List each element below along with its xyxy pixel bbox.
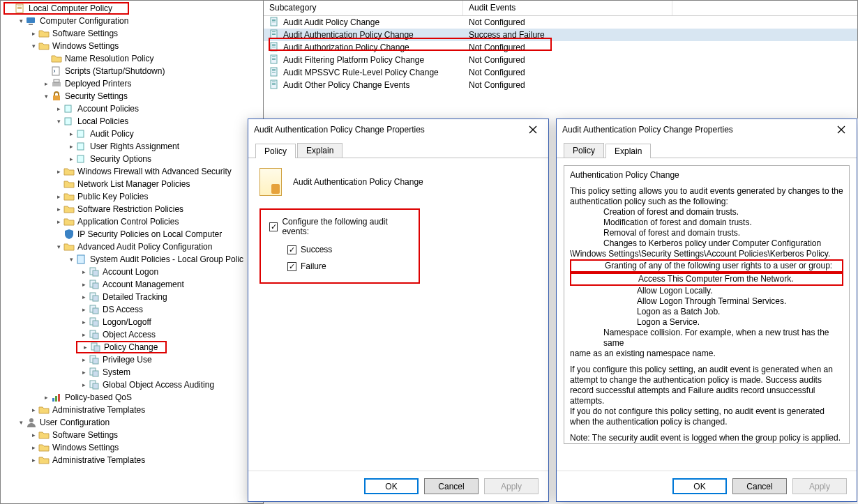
tree-item-account-policies[interactable]: ▸Account Policies [54, 102, 263, 115]
tree-toggle[interactable]: ▾ [16, 16, 26, 26]
explain-textbox[interactable]: Authentication Policy Change This policy… [564, 165, 850, 444]
list-row[interactable]: Audit MPSSVC Rule-Level Policy ChangeNot… [264, 66, 857, 79]
tree-item-sap[interactable]: ▾System Audit Policies - Local Group Pol… [66, 253, 263, 266]
checkbox-configure-events[interactable]: ✓ Configure the following audit events: [269, 217, 410, 236]
tree-toggle[interactable]: ▾ [29, 41, 38, 51]
tree-toggle[interactable]: ▸ [41, 392, 51, 402]
close-button[interactable] [523, 122, 543, 137]
tab-explain[interactable]: Explain [297, 143, 343, 158]
tree-item-software-settings[interactable]: ▸Software Settings [29, 27, 263, 40]
tree-toggle[interactable]: ▸ [29, 405, 38, 415]
tree-toggle[interactable]: ▾ [54, 116, 63, 126]
tree-toggle[interactable]: ▾ [41, 91, 51, 101]
list-row[interactable]: Audit Filtering Platform Policy ChangeNo… [264, 54, 857, 66]
tree-toggle[interactable]: ▸ [54, 192, 63, 201]
list-row[interactable]: Audit Authentication Policy ChangeSucces… [264, 29, 857, 41]
tree-toggle[interactable]: ▸ [79, 355, 89, 365]
cancel-button[interactable]: Cancel [424, 478, 479, 494]
tree-toggle[interactable]: ▸ [41, 79, 51, 89]
tree-item-windows-settings[interactable]: ▾Windows Settings [29, 40, 263, 52]
list-cell-value: Not Configured [469, 43, 525, 52]
tree-item-user-configuration[interactable]: ▾User Configuration [16, 416, 263, 429]
tree-toggle[interactable]: ▸ [29, 430, 38, 440]
list-row[interactable]: Audit Authorization Policy ChangeNot Con… [264, 41, 857, 54]
tree-toggle[interactable]: ▾ [16, 418, 26, 427]
tree-item-account-logon[interactable]: ▸Account Logon [79, 266, 263, 278]
tree-item-global-audit[interactable]: ▸Global Object Access Auditing [79, 379, 263, 391]
tree-item-scripts[interactable]: ▸Scripts (Startup/Shutdown) [41, 65, 263, 77]
dialog-title-bar[interactable]: Audit Authentication Policy Change Prope… [557, 119, 857, 140]
ok-button[interactable]: OK [364, 478, 419, 494]
cancel-button[interactable]: Cancel [732, 478, 787, 494]
tree-item-nlmp[interactable]: ▸Network List Manager Policies [54, 178, 263, 190]
tree-toggle[interactable]: ▸ [54, 167, 63, 176]
tree-item-account-mgmt[interactable]: ▸Account Management [79, 278, 263, 291]
list-row[interactable]: Audit Other Policy Change EventsNot Conf… [264, 79, 857, 91]
tree-item-object-access[interactable]: ▸Object Access [79, 328, 263, 341]
tree-item-system[interactable]: ▸System [79, 366, 263, 379]
tab-policy[interactable]: Policy [564, 143, 604, 158]
column-header-audit-events[interactable]: Audit Events [463, 1, 672, 15]
tree-toggle[interactable]: ▾ [54, 242, 63, 252]
tree-toggle[interactable]: ▸ [79, 292, 89, 302]
tree-item-local-computer-policy[interactable]: ▸ Local Computer Policy [3, 2, 129, 15]
tree-item-ipsec[interactable]: ▸IP Security Policies on Local Computer [54, 228, 263, 240]
tab-explain[interactable]: Explain [605, 144, 651, 158]
svg-rect-25 [93, 321, 98, 326]
tree-item-audit-policy[interactable]: ▸Audit Policy [66, 128, 263, 140]
tree-item-acp[interactable]: ▸Application Control Policies [54, 215, 263, 228]
tree-item-security-settings[interactable]: ▾Security Settings [41, 90, 263, 102]
tree-toggle[interactable]: ▸ [79, 305, 89, 314]
tree-toggle[interactable]: ▸ [80, 342, 90, 352]
tree-item-security-options[interactable]: ▸Security Options [66, 153, 263, 165]
tree-toggle[interactable]: ▸ [54, 217, 63, 227]
tree-toggle[interactable]: ▸ [79, 367, 89, 377]
tree-item-deployed-printers[interactable]: ▸Deployed Printers [41, 77, 263, 90]
tree-toggle[interactable]: ▸ [29, 455, 38, 465]
tree-toggle[interactable]: ▸ [79, 380, 89, 390]
checkbox-success[interactable]: ✓ Success [287, 245, 410, 254]
tree-item-qos[interactable]: ▸Policy-based QoS [41, 391, 263, 404]
tree-item-u-admin[interactable]: ▸Administrative Templates [29, 454, 263, 466]
tree-item-privilege-use[interactable]: ▸Privilege Use [79, 353, 263, 366]
explain-b5e: Logon a Service. [570, 317, 843, 328]
tree-item-u-windows[interactable]: ▸Windows Settings [29, 441, 263, 454]
list-cell-value: Not Configured [469, 68, 525, 77]
dialog-title-bar[interactable]: Audit Authentication Policy Change Prope… [248, 119, 548, 140]
tree-item-logon-logoff[interactable]: ▸Logon/Logoff [79, 316, 263, 328]
tree-item-computer-configuration[interactable]: ▾ Computer Configuration [16, 15, 263, 27]
tree-item-srp[interactable]: ▸Software Restriction Policies [54, 203, 263, 215]
tree-toggle[interactable]: ▸ [79, 280, 89, 289]
close-button[interactable] [831, 122, 851, 137]
tree-item-adv-audit[interactable]: ▾Advanced Audit Policy Configuration [54, 240, 263, 253]
checkbox-box-icon: ✓ [269, 222, 278, 231]
tree-toggle[interactable]: ▸ [66, 142, 76, 151]
tree-item-u-software[interactable]: ▸Software Settings [29, 429, 263, 441]
tree-item-ds-access[interactable]: ▸DS Access [79, 303, 263, 316]
checkbox-failure[interactable]: ✓ Failure [287, 261, 410, 271]
tree-toggle[interactable]: ▸ [54, 104, 63, 114]
tree-item-admin-templates[interactable]: ▸Administrative Templates [29, 404, 263, 416]
tree-toggle[interactable]: ▸ [79, 267, 89, 277]
tree-item-firewall[interactable]: ▸Windows Firewall with Advanced Security [54, 165, 263, 178]
tree-item-local-policies[interactable]: ▾Local Policies [54, 115, 263, 128]
tree-item-pubkey[interactable]: ▸Public Key Policies [54, 190, 263, 203]
tree-toggle[interactable]: ▸ [29, 443, 38, 452]
tree-item-name-resolution[interactable]: ▸Name Resolution Policy [41, 52, 263, 65]
svg-rect-51 [272, 47, 276, 47]
tab-policy[interactable]: Policy [255, 144, 296, 158]
tree-toggle[interactable]: ▸ [29, 29, 38, 38]
tree-item-label: Administrative Templates [52, 405, 145, 415]
tree-toggle[interactable]: ▸ [66, 154, 76, 164]
ok-button[interactable]: OK [672, 478, 727, 494]
tree-item-user-rights[interactable]: ▸User Rights Assignment [66, 140, 263, 153]
column-header-subcategory[interactable]: Subcategory [264, 1, 463, 15]
tree-toggle[interactable]: ▾ [66, 254, 76, 264]
tree-toggle[interactable]: ▸ [79, 330, 89, 339]
tree-toggle[interactable]: ▸ [79, 317, 89, 327]
tree-toggle[interactable]: ▸ [66, 129, 76, 139]
tree-item-detailed-tracking[interactable]: ▸Detailed Tracking [79, 291, 263, 303]
tree-toggle[interactable]: ▸ [54, 204, 63, 214]
tree-item-policy-change[interactable]: ▸Policy Change [76, 341, 167, 353]
list-row[interactable]: Audit Audit Policy ChangeNot Configured [264, 16, 857, 29]
